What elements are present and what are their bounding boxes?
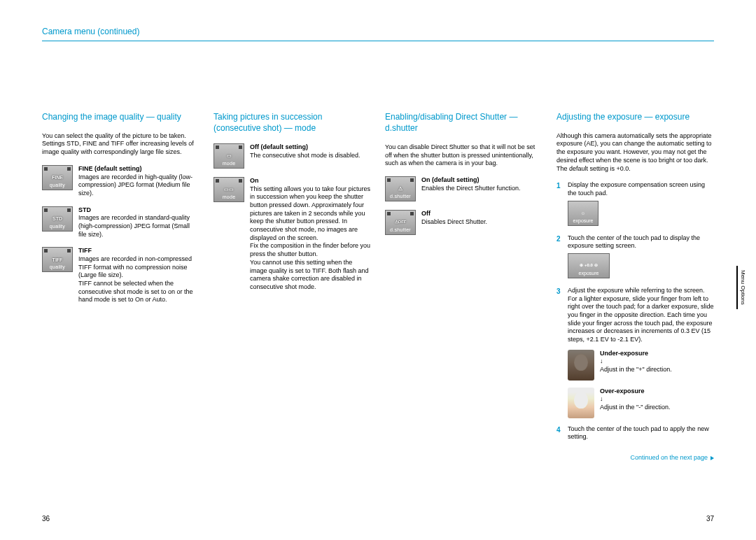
subhead-quality: Changing the image quality — quality: [42, 111, 200, 122]
item-ds-on-body: Enables the Direct Shutter function.: [421, 185, 542, 193]
face-under-arrow: ↓: [600, 357, 714, 366]
item-tiff-head: TIFF: [78, 247, 200, 255]
step-2: 2 Touch the center of the touch pad to d…: [556, 234, 714, 281]
subhead-dshutter: Enabling/disabling Direct Shutter — d.sh…: [385, 111, 542, 134]
face-over-head: Over-exposure: [600, 388, 714, 396]
item-mode-on-head: On: [250, 177, 371, 185]
item-ds-on-head: On (default setting): [421, 176, 542, 185]
step-1: 1 Display the exposure compensation scre…: [556, 181, 714, 228]
item-mode-on: ▭▭ mode On This setting allows you to ta…: [214, 177, 371, 292]
step-4-body: Touch the center of the touch pad to app…: [568, 425, 714, 441]
item-std: STD quality STD Images are recorded in s…: [42, 206, 200, 239]
item-std-head: STD: [78, 206, 200, 215]
item-ds-off-head: Off: [421, 210, 542, 218]
item-fine: FINE quality FINE (default setting) Imag…: [42, 165, 200, 198]
arrow-right-icon: [710, 456, 714, 460]
content-columns: Changing the image quality — quality You…: [42, 111, 714, 462]
step-3: 3 Adjust the exposure while referring to…: [556, 287, 714, 344]
item-mode-off: ▭ mode Off (default setting) The consecu…: [214, 143, 371, 169]
intro-quality: You can select the quality of the pictur…: [42, 132, 200, 157]
divider: [42, 41, 714, 41]
face-over-arrow: ↓: [600, 395, 714, 404]
face-under: Under-exposure ↓ Adjust in the "+" direc…: [568, 350, 714, 381]
item-mode-on-body: This setting allows you to take four pic…: [250, 185, 371, 292]
continued-link: Continued on the next page: [556, 454, 714, 462]
item-tiff: TIFF quality TIFF Images are recorded in…: [42, 247, 200, 304]
item-ds-off-body: Disables Direct Shutter.: [421, 218, 542, 227]
col-exposure: Adjusting the exposure — exposure Althou…: [556, 111, 714, 462]
mode-off-icon: ▭ mode: [214, 143, 244, 169]
subhead-mode: Taking pictures in succession (consecuti…: [214, 111, 371, 134]
over-exposure-image: [568, 388, 594, 418]
col-dshutter: Enabling/disabling Direct Shutter — d.sh…: [385, 111, 542, 462]
side-tab: Menu Options: [736, 266, 748, 309]
step-4: 4 Touch the center of the touch pad to a…: [556, 425, 714, 441]
face-under-head: Under-exposure: [600, 350, 714, 358]
step-num-3: 3: [556, 287, 564, 344]
intro-dshutter: You can disable Direct Shutter so that i…: [385, 143, 542, 168]
dshutter-on-icon: ⚠ d.shutter: [385, 176, 416, 201]
page-number-right: 37: [706, 514, 714, 523]
item-std-body: Images are recorded in standard-quality …: [78, 214, 200, 239]
item-fine-body: Images are recorded in high-quality (low…: [78, 173, 200, 198]
quality-tiff-icon: TIFF quality: [42, 247, 73, 272]
col-mode: Taking pictures in succession (consecuti…: [214, 111, 371, 462]
item-dshutter-on: ⚠ d.shutter On (default setting) Enables…: [385, 176, 542, 201]
subhead-exposure: Adjusting the exposure — exposure: [556, 111, 714, 122]
step-3-body: Adjust the exposure while referring to t…: [568, 287, 714, 344]
item-fine-head: FINE (default setting): [78, 165, 200, 173]
item-mode-off-body: The consecutive shot mode is disabled.: [250, 152, 371, 160]
quality-std-icon: STD quality: [42, 206, 73, 232]
under-exposure-image: [568, 350, 594, 381]
step-2-body: Touch the center of the touch pad to dis…: [568, 234, 714, 250]
intro-exposure: Although this camera automatically sets …: [556, 132, 714, 173]
step-1-body: Display the exposure compensation screen…: [568, 181, 714, 197]
page-number-left: 36: [42, 514, 50, 523]
item-tiff-body: Images are recorded in non-compressed TI…: [78, 255, 200, 304]
exposure-icon-2: ⊕ +0.0 ⊖ exposure: [568, 253, 610, 278]
exposure-icon-1: ☼ exposure: [568, 201, 598, 226]
step-num-1: 1: [556, 181, 564, 228]
face-over-body: Adjust in the "-" direction.: [600, 404, 714, 412]
continued-text: Continued on the next page: [630, 454, 708, 462]
item-mode-off-head: Off (default setting): [250, 143, 371, 152]
face-over: Over-exposure ↓ Adjust in the "-" direct…: [568, 388, 714, 418]
col-quality: Changing the image quality — quality You…: [42, 111, 200, 462]
section-header: Camera menu (continued): [42, 27, 714, 38]
item-dshutter-off: ⚠OFF d.shutter Off Disables Direct Shutt…: [385, 210, 542, 235]
step-num-4: 4: [556, 425, 564, 441]
step-num-2: 2: [556, 234, 564, 281]
mode-on-icon: ▭▭ mode: [214, 177, 244, 202]
dshutter-off-icon: ⚠OFF d.shutter: [385, 210, 416, 235]
quality-fine-icon: FINE quality: [42, 165, 73, 190]
face-under-body: Adjust in the "+" direction.: [600, 366, 714, 374]
